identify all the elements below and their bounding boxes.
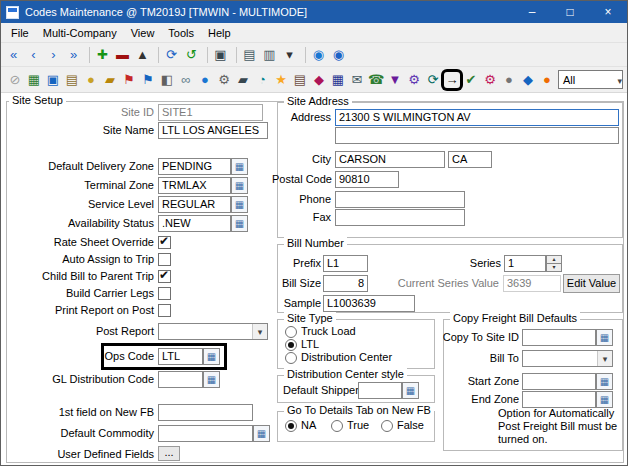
help-icon[interactable]: ◉ — [330, 47, 347, 63]
address-line2-field[interactable] — [335, 127, 619, 144]
grid-icon[interactable]: ▦ — [26, 72, 42, 88]
maximize-icon[interactable]: □ — [551, 1, 589, 23]
menu-tools[interactable]: Tools — [161, 25, 201, 41]
door-arrow-icon[interactable]: → — [444, 72, 460, 88]
phone-icon[interactable]: ☎ — [368, 72, 384, 88]
menu-help[interactable]: Help — [201, 25, 238, 41]
filter-icon[interactable]: ▼ — [387, 72, 403, 88]
star-icon[interactable]: ★ — [273, 72, 289, 88]
print-report-on-post-checkbox[interactable] — [158, 304, 171, 317]
mail-icon[interactable]: ✉ — [349, 72, 365, 88]
availability-status-field[interactable]: .NEW — [158, 215, 231, 232]
gear-pink-icon[interactable]: ⚙ — [482, 72, 498, 88]
coin-icon[interactable]: ● — [83, 72, 99, 88]
start-zone-lookup-button[interactable] — [596, 373, 613, 390]
phone-field[interactable] — [335, 191, 465, 208]
undo-icon[interactable]: ↺ — [183, 47, 200, 63]
bill-size-field[interactable]: 8 — [323, 275, 368, 292]
calendar-icon[interactable]: ▣ — [45, 72, 61, 88]
nav-prev-icon[interactable]: ‹ — [25, 47, 42, 63]
fax-field[interactable] — [335, 209, 465, 226]
auto-assign-to-trip-checkbox[interactable] — [158, 253, 171, 266]
child-bill-to-parent-trip-checkbox[interactable] — [158, 270, 171, 283]
end-zone-field[interactable] — [522, 391, 596, 408]
close-icon[interactable]: × — [589, 1, 627, 23]
chart-icon[interactable]: ▦ — [330, 72, 346, 88]
wrench-icon[interactable]: ⚙ — [406, 72, 422, 88]
default-shipper-field[interactable] — [358, 382, 402, 399]
go-to-details-true-radio[interactable] — [331, 420, 343, 432]
availability-status-lookup-button[interactable] — [231, 215, 248, 232]
end-zone-lookup-button[interactable] — [596, 391, 613, 408]
menu-file[interactable]: File — [4, 25, 36, 41]
default-delivery-zone-field[interactable]: PENDING — [158, 158, 231, 175]
document-icon[interactable]: ▤ — [292, 72, 308, 88]
minimize-icon[interactable]: – — [513, 1, 551, 23]
toolbar-filter-combo[interactable]: All — [558, 70, 623, 89]
spinner-up-icon[interactable] — [546, 255, 562, 264]
save-icon[interactable]: ▣ — [212, 47, 229, 63]
site-name-field[interactable]: LTL LOS ANGELES — [158, 122, 268, 139]
site-type-ltl-radio[interactable] — [285, 339, 297, 351]
copy-to-site-id-field[interactable] — [522, 329, 596, 346]
series-field[interactable]: 1 — [504, 255, 546, 272]
add-record-icon[interactable]: ✚ — [94, 47, 111, 63]
sample-field[interactable]: L1003639 — [323, 295, 415, 312]
diamond-blue-icon[interactable]: ◆ — [520, 72, 536, 88]
refresh-icon[interactable]: ⟳ — [163, 47, 180, 63]
terminal-zone-field[interactable]: TRMLAX — [158, 177, 231, 194]
flag-red-icon[interactable]: ⚑ — [121, 72, 137, 88]
user-defined-fields-button[interactable]: ... — [158, 446, 180, 461]
post-report-combo[interactable] — [158, 323, 268, 340]
site-type-distribution-center-radio[interactable] — [285, 352, 297, 364]
sphere-icon[interactable]: ● — [539, 72, 555, 88]
lock-icon[interactable]: ◧ — [159, 72, 175, 88]
rate-sheet-override-checkbox[interactable] — [158, 236, 171, 249]
bill-to-combo[interactable] — [522, 350, 613, 367]
link-icon[interactable]: ∞ — [178, 72, 194, 88]
clock-icon[interactable]: ◔ — [254, 72, 270, 88]
menu-view[interactable]: View — [124, 25, 162, 41]
print-icon[interactable]: ▤ — [241, 47, 258, 63]
block-icon[interactable]: ⊘ — [7, 72, 23, 88]
edit-value-button[interactable]: Edit Value — [563, 274, 620, 293]
gl-distribution-code-lookup-button[interactable] — [203, 371, 220, 388]
mouse-icon[interactable]: ● — [501, 72, 517, 88]
flag-blue-icon[interactable]: ⚑ — [140, 72, 156, 88]
default-commodity-lookup-button[interactable] — [253, 425, 270, 442]
prefix-field[interactable]: L1 — [323, 255, 368, 272]
default-commodity-field[interactable] — [158, 425, 253, 442]
postal-code-field[interactable]: 90810 — [335, 171, 399, 188]
nav-first-icon[interactable]: « — [5, 47, 22, 63]
web-icon[interactable]: ◉ — [310, 47, 327, 63]
default-shipper-lookup-button[interactable] — [402, 382, 419, 399]
truck-icon[interactable]: ▰ — [235, 72, 251, 88]
service-level-lookup-button[interactable] — [231, 196, 248, 213]
list-icon[interactable]: ▤ — [64, 72, 80, 88]
first-field-on-new-fb-field[interactable] — [158, 404, 253, 421]
build-carrier-legs-checkbox[interactable] — [158, 287, 171, 300]
site-type-truck-load-radio[interactable] — [285, 326, 297, 338]
check-icon[interactable]: ✔ — [463, 72, 479, 88]
address-line1-field[interactable]: 21300 S WILMINGTON AV — [335, 109, 619, 126]
print-options-icon[interactable]: ▥ — [261, 47, 278, 63]
pin-icon[interactable]: ◆ — [311, 72, 327, 88]
nav-last-icon[interactable]: » — [65, 47, 82, 63]
terminal-zone-lookup-button[interactable] — [231, 177, 248, 194]
folder-icon[interactable]: ▰ — [102, 72, 118, 88]
state-field[interactable]: CA — [448, 151, 492, 168]
refresh-small-icon[interactable]: ⟳ — [425, 72, 441, 88]
mark-record-icon[interactable]: ▲ — [134, 47, 151, 63]
city-field[interactable]: CARSON — [335, 151, 445, 168]
gl-distribution-code-field[interactable] — [158, 371, 203, 388]
nav-next-icon[interactable]: › — [45, 47, 62, 63]
service-level-field[interactable]: REGULAR — [158, 196, 231, 213]
copy-to-site-id-lookup-button[interactable] — [596, 329, 613, 346]
go-to-details-false-radio[interactable] — [381, 420, 393, 432]
spinner-down-icon[interactable] — [546, 264, 562, 272]
go-to-details-na-radio[interactable] — [285, 420, 297, 432]
series-spinner[interactable] — [546, 255, 562, 272]
globe-icon[interactable]: ● — [197, 72, 213, 88]
delete-record-icon[interactable]: ▬ — [114, 47, 131, 63]
default-delivery-zone-lookup-button[interactable] — [231, 158, 248, 175]
